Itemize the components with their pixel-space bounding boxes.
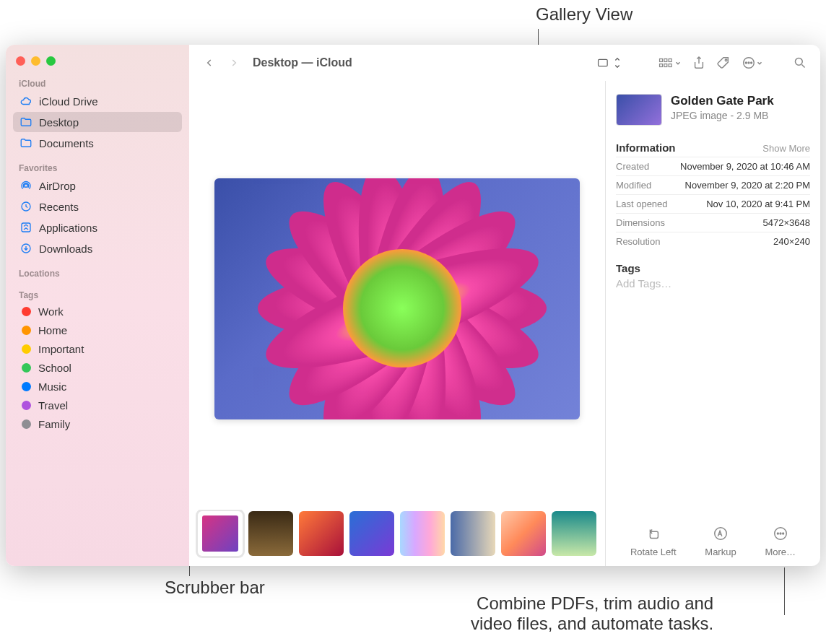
info-value: November 9, 2020 at 10:46 AM (680, 161, 810, 172)
callout-scrubber: Scrubber bar (165, 578, 265, 598)
apps-icon (19, 220, 33, 235)
tag-label: Music (38, 380, 66, 393)
sidebar-tag-school[interactable]: School (13, 359, 182, 377)
window-title: Desktop — iCloud (253, 56, 352, 69)
svg-rect-4 (599, 59, 608, 66)
callout-more: Combine PDFs, trim audio and video files… (471, 593, 713, 634)
info-row: Dimensions5472×3648 (616, 213, 810, 232)
scrubber-thumbnail[interactable] (501, 511, 546, 556)
traffic-lights (13, 53, 182, 76)
callout-gallery-view: Gallery View (536, 4, 632, 25)
sidebar-item-icloud-drive[interactable]: iCloud Drive (13, 91, 182, 111)
svg-point-13 (745, 62, 747, 64)
sidebar-tag-travel[interactable]: Travel (13, 396, 182, 414)
svg-rect-7 (669, 59, 671, 62)
clock-icon (19, 199, 33, 214)
folder-icon (19, 115, 33, 129)
sidebar-tag-work[interactable]: Work (13, 303, 182, 321)
tags-heading: Tags (616, 262, 810, 274)
zoom-button[interactable] (46, 56, 56, 66)
sidebar-item-desktop[interactable]: Desktop (13, 112, 182, 132)
sidebar-label: AirDrop (39, 180, 76, 192)
sidebar-tag-family[interactable]: Family (13, 415, 182, 433)
view-gallery-button[interactable] (594, 53, 625, 73)
sidebar-label: Downloads (39, 243, 92, 255)
close-button[interactable] (16, 56, 25, 66)
markup-icon (712, 525, 729, 542)
rotate-left-button[interactable]: Rotate Left (630, 525, 677, 557)
info-value: 240×240 (773, 236, 810, 247)
callout-line (784, 567, 785, 615)
tag-button[interactable] (713, 53, 734, 73)
main-area: Desktop — iCloud (189, 45, 820, 566)
inspector-thumbnail (616, 94, 662, 126)
preview-image[interactable] (214, 178, 580, 419)
search-button[interactable] (790, 53, 810, 73)
scrubber-thumbnail[interactable] (349, 511, 394, 556)
info-row: Resolution240×240 (616, 232, 810, 251)
section-icloud: iCloud (13, 76, 182, 90)
toolbar: Desktop — iCloud (189, 45, 820, 81)
sidebar-tag-home[interactable]: Home (13, 321, 182, 339)
sidebar-label: Recents (39, 201, 79, 213)
markup-button[interactable]: Markup (705, 525, 736, 557)
svg-point-31 (780, 533, 781, 534)
action-label: More… (765, 547, 796, 557)
tag-label: Travel (38, 399, 68, 412)
forward-button[interactable] (224, 53, 244, 73)
scrubber-thumbnail[interactable] (198, 511, 243, 556)
group-by-button[interactable] (656, 53, 684, 73)
tag-label: School (38, 362, 71, 374)
inspector-panel: Golden Gate Park JPEG image - 2.9 MB Inf… (605, 81, 820, 566)
tags-input[interactable]: Add Tags… (616, 277, 810, 290)
svg-point-16 (795, 58, 802, 65)
airdrop-icon (19, 178, 33, 193)
more-icon (772, 525, 789, 542)
back-button[interactable] (199, 53, 219, 73)
sidebar-item-recents[interactable]: Recents (13, 196, 182, 217)
more-actions-button[interactable]: More… (765, 525, 796, 557)
sidebar-item-downloads[interactable]: Downloads (13, 238, 182, 258)
scrubber-thumbnail[interactable] (451, 511, 495, 556)
svg-point-0 (25, 184, 28, 188)
svg-point-14 (748, 62, 749, 64)
finder-window: iCloud iCloud Drive Desktop Documents Fa… (6, 45, 820, 566)
tag-dot-icon (22, 401, 31, 410)
action-label: Markup (705, 547, 736, 557)
tag-label: Family (38, 418, 70, 430)
scrubber-bar[interactable] (189, 510, 605, 566)
action-menu-button[interactable] (738, 53, 767, 73)
svg-rect-5 (660, 59, 663, 62)
tag-label: Home (38, 324, 67, 336)
scrubber-thumbnail[interactable] (248, 511, 293, 556)
svg-point-30 (777, 533, 778, 534)
info-key: Modified (616, 180, 651, 191)
sidebar-tag-music[interactable]: Music (13, 378, 182, 396)
sidebar-label: Documents (39, 137, 94, 149)
share-button[interactable] (689, 53, 709, 73)
info-key: Dimensions (616, 217, 665, 228)
scrubber-thumbnail[interactable] (552, 511, 596, 556)
tag-dot-icon (22, 382, 31, 391)
show-more-button[interactable]: Show More (762, 143, 810, 154)
scrubber-thumbnail[interactable] (400, 511, 445, 556)
sidebar-item-airdrop[interactable]: AirDrop (13, 175, 182, 196)
folder-icon (19, 136, 33, 150)
svg-rect-8 (660, 64, 663, 67)
sidebar-tag-important[interactable]: Important (13, 340, 182, 358)
section-tags: Tags (13, 287, 182, 302)
minimize-button[interactable] (31, 56, 40, 66)
action-label: Rotate Left (630, 547, 677, 557)
rotate-icon (645, 525, 662, 542)
svg-rect-9 (664, 64, 667, 67)
sidebar-item-applications[interactable]: Applications (13, 217, 182, 238)
info-value: Nov 10, 2020 at 9:41 PM (706, 199, 810, 209)
info-key: Resolution (616, 236, 660, 247)
scrubber-thumbnail[interactable] (299, 511, 344, 556)
tag-dot-icon (22, 344, 31, 354)
sidebar: iCloud iCloud Drive Desktop Documents Fa… (6, 45, 189, 566)
sidebar-item-documents[interactable]: Documents (13, 133, 182, 153)
tag-dot-icon (22, 307, 31, 316)
download-icon (19, 241, 33, 256)
info-key: Created (616, 161, 649, 172)
